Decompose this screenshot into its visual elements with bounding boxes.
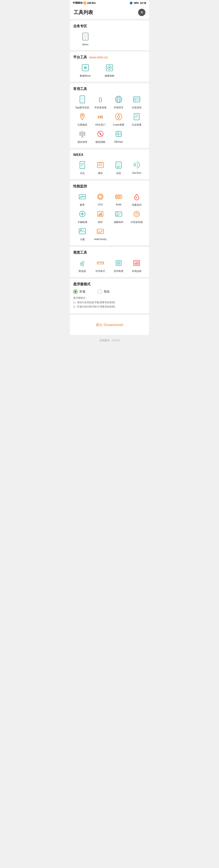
devopt-icon: {}	[95, 94, 106, 105]
section-title-weex: WEEX	[73, 153, 146, 157]
network-label: 模拟弱网	[96, 141, 105, 144]
inspect-label: 控件检查	[114, 270, 123, 273]
tool-cpu[interactable]: CPU	[92, 191, 110, 207]
functime-icon: </>	[113, 209, 124, 219]
winfo-label: 信息	[116, 172, 121, 175]
tool-wlog[interactable]: 日志	[73, 160, 92, 175]
language-label: 本地语言	[114, 106, 123, 109]
traffic-label: 流量监控	[132, 203, 142, 207]
close-button[interactable]: ✕	[138, 9, 145, 16]
tool-appinfo[interactable]: App基本信息	[73, 94, 92, 109]
tool-winfo[interactable]: 信息	[110, 160, 128, 175]
tool-logview[interactable]: 日志查看	[128, 112, 146, 127]
version-text: 当前版本：V3.0.0	[99, 339, 120, 342]
radio-system-label: 系统	[104, 290, 110, 294]
tool-uiperf[interactable]: UI渲染性能	[128, 209, 146, 224]
tool-datamock[interactable]: M 数据Mock	[73, 62, 97, 78]
radio-normal[interactable]: 常规	[73, 289, 85, 294]
tool-wcache[interactable]: 悟空 源码 缓存	[92, 160, 110, 175]
tool-leak[interactable]: leakCanary	[92, 226, 110, 241]
tool-health[interactable]: 健康体检	[97, 62, 121, 78]
svg-rect-83	[99, 214, 100, 215]
platform-tools-grid: M 数据Mock 健康体检	[73, 62, 146, 78]
dbview-icon	[113, 129, 124, 139]
crash-label: Crash查看	[113, 123, 124, 127]
svg-rect-27	[134, 114, 139, 120]
tool-devopt[interactable]: {} 开发者选项	[92, 94, 110, 109]
tool-traffic[interactable]: 流量监控	[128, 191, 146, 207]
sandbox-label: 沙盒游览	[132, 106, 142, 109]
tool-ram[interactable]: RAM	[110, 191, 128, 207]
location-icon	[77, 112, 87, 122]
radio-normal-label: 常规	[79, 290, 85, 294]
section-perf: 性能监控 帧率	[70, 181, 149, 245]
status-left: 中国移动 📶 229 B/s	[73, 1, 96, 5]
tool-cache[interactable]: 缓存清理	[73, 129, 92, 144]
radio-system[interactable]: 系统	[98, 289, 110, 294]
svg-rect-40	[80, 161, 85, 169]
uiperf-icon	[132, 209, 142, 219]
freeze-icon	[77, 209, 87, 219]
svg-rect-48	[117, 163, 121, 166]
logview-icon	[132, 112, 142, 122]
ruler-icon	[95, 258, 106, 268]
tool-language[interactable]: 本地语言	[110, 94, 128, 109]
svg-rect-55	[99, 195, 102, 198]
wcache-label: 缓存	[98, 172, 103, 175]
network-icon	[95, 129, 106, 139]
language-icon	[113, 94, 124, 105]
exit-button[interactable]: 退出 Doraemonkit	[73, 319, 146, 331]
section-title-perf: 性能监控	[73, 184, 146, 189]
location-label: 位置模拟	[77, 123, 87, 127]
carrier: 中国移动	[73, 1, 82, 5]
tool-colorpicker[interactable]: 取色器	[73, 258, 92, 273]
tool-demo[interactable]: demo	[73, 31, 97, 46]
time-label: 耗时	[98, 220, 103, 224]
tool-bigimg[interactable]: 大图	[73, 226, 92, 241]
mock-icon: M	[80, 62, 90, 73]
svg-rect-11	[81, 97, 84, 100]
svg-rect-101	[97, 262, 104, 264]
tool-fps[interactable]: 帧率	[73, 191, 92, 207]
health-icon	[104, 62, 115, 73]
tool-ruler[interactable]: 对齐标尺	[92, 258, 110, 273]
svg-text:</>: </>	[116, 212, 119, 213]
tool-devtool[interactable]: DevTool	[128, 160, 146, 175]
tool-freeze[interactable]: 卡顿检测	[73, 209, 92, 224]
tool-network[interactable]: 模拟弱网	[92, 129, 110, 144]
section-platform: 平台工具 (www.dokit.cn) M 数据Mock	[70, 52, 149, 82]
section-title-float: 悬浮窗模式	[73, 282, 146, 286]
battery: 49%	[134, 2, 139, 4]
tool-dbview[interactable]: DBView	[110, 129, 128, 144]
svg-rect-31	[80, 132, 85, 133]
svg-point-35	[100, 133, 101, 134]
uiperf-label: UI渲染性能	[131, 220, 143, 224]
health-label: 健康体检	[105, 74, 114, 78]
svg-point-51	[134, 164, 136, 166]
tool-location[interactable]: 位置模拟	[73, 112, 92, 127]
section-float: 悬浮窗模式 常规 系统 悬浮窗模式： 1）系统代表系统悬浮窗(需要系统权限) 2…	[70, 279, 149, 313]
tool-inspect[interactable]: 控件检查	[110, 258, 128, 273]
logview-label: 日志查看	[132, 123, 142, 127]
devopt-label: 开发者选项	[94, 106, 106, 109]
ram-label: RAM	[116, 203, 121, 206]
fps-label: 帧率	[80, 203, 85, 207]
tool-sandbox[interactable]: 沙盒游览	[128, 94, 146, 109]
bigimg-icon	[77, 226, 87, 237]
tool-layout[interactable]: 布局边框	[128, 258, 146, 273]
wlog-label: 日志	[80, 172, 85, 175]
tool-functime[interactable]: </> 函数耗时	[110, 209, 128, 224]
tool-h5[interactable]: H5 H5任意门	[92, 112, 110, 127]
svg-rect-36	[116, 131, 121, 136]
svg-rect-112	[135, 261, 137, 263]
ruler-label: 对齐标尺	[96, 270, 105, 273]
cache-icon	[77, 129, 87, 139]
leak-icon	[95, 226, 106, 237]
tool-crash[interactable]: Crash查看	[110, 112, 128, 127]
section-title-visual: 视觉工具	[73, 250, 146, 255]
section-weex: WEEX 日志 悟空 源码 缓存	[70, 150, 149, 179]
tool-time[interactable]: 耗时	[92, 209, 110, 224]
svg-text:{}: {}	[99, 96, 102, 102]
wcache-icon: 悟空 源码	[95, 160, 106, 170]
time-icon	[95, 209, 106, 219]
